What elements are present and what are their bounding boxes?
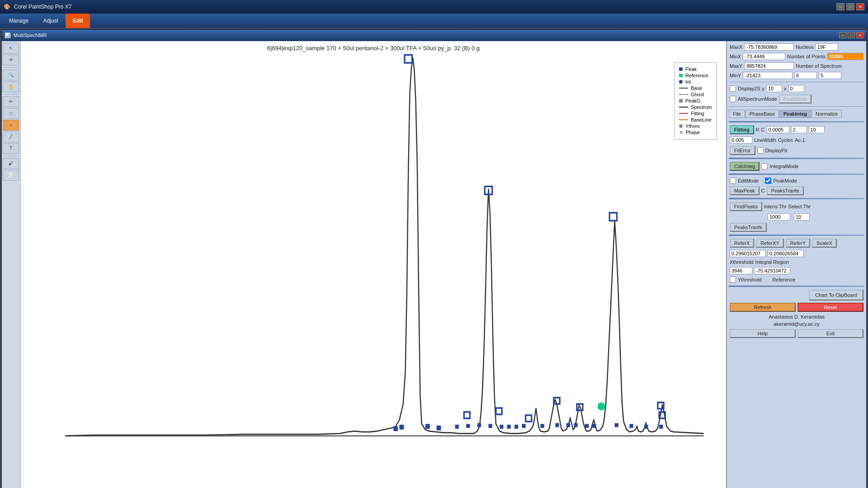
chart-title: 6|694|exp120_sample 170 + 50ul pentanol-…: [21, 41, 726, 53]
svg-rect-22: [507, 425, 511, 429]
y-input[interactable]: [766, 85, 782, 92]
val2-display[interactable]: [768, 250, 804, 257]
text-tool[interactable]: T: [3, 143, 19, 154]
peakstranfe-btn[interactable]: PeaksTranfe: [767, 186, 804, 195]
maxx-input[interactable]: [744, 43, 794, 51]
c-label: C: [761, 127, 765, 132]
tab-normalize[interactable]: Normalize: [811, 110, 842, 118]
chartclipboard-btn[interactable]: Chart To ClipBoard: [809, 290, 863, 300]
referx-btn[interactable]: ReferX: [730, 239, 754, 248]
refresh-btn[interactable]: Refresh: [730, 303, 796, 312]
draw-tool[interactable]: ✏: [3, 96, 19, 107]
menu-manage[interactable]: Manage: [2, 14, 36, 28]
display2s-label: Display2S: [738, 86, 760, 91]
ellipse-tool[interactable]: ○: [3, 120, 19, 131]
fitting-row: Fitting R C: [729, 125, 864, 135]
minx-label: MinX: [730, 54, 741, 59]
nucleus-input[interactable]: [816, 43, 838, 51]
xthreshold-val[interactable]: [730, 267, 752, 274]
help-btn[interactable]: Help: [730, 329, 796, 338]
legend-ghost: Ghost: [691, 92, 704, 97]
y-label: y: [762, 86, 765, 91]
reset-btn[interactable]: Reset: [797, 303, 863, 312]
minx-input[interactable]: [743, 53, 785, 60]
menu-adjust[interactable]: Adjust: [36, 14, 65, 28]
val1-display[interactable]: [730, 250, 766, 257]
display2s-checkbox[interactable]: [730, 85, 736, 92]
maximize-btn[interactable]: □: [846, 3, 854, 10]
intensthr-label: Intens Thr: [764, 204, 786, 209]
editmode-checkbox[interactable]: [730, 178, 736, 184]
intensthr-val[interactable]: [768, 213, 790, 221]
line-tool[interactable]: ╱: [3, 131, 19, 142]
rect-tool[interactable]: □: [3, 108, 19, 119]
tab-file[interactable]: File: [729, 110, 745, 118]
nucleus-label: Nucleus: [796, 44, 814, 50]
svg-point-12: [598, 403, 605, 411]
move-tool[interactable]: ✛: [3, 55, 19, 66]
findpeaks-btn[interactable]: FindPeaks: [730, 202, 762, 211]
minimize-btn[interactable]: ─: [836, 3, 844, 10]
fitting-btn[interactable]: Fitting: [730, 125, 754, 134]
allspectrum-checkbox[interactable]: [730, 96, 736, 102]
svg-rect-29: [585, 424, 589, 428]
peakmode-btn[interactable]: PeakMode: [779, 94, 812, 103]
displayfit-checkbox[interactable]: [757, 147, 764, 154]
svg-rect-26: [555, 423, 559, 427]
exit-btn[interactable]: Exit: [797, 329, 863, 338]
svg-rect-18: [466, 424, 470, 428]
fiterror-btn[interactable]: FitError: [730, 146, 755, 155]
maxpeak-btn[interactable]: MaxPeak: [730, 186, 760, 195]
legend-int: Int: [685, 79, 691, 84]
maxx-row: MaxX Nucleus: [729, 43, 864, 51]
calcinteg-btn[interactable]: CalcInteg: [730, 162, 760, 171]
paint-tool[interactable]: 🖌: [3, 158, 19, 169]
pan-tool[interactable]: ✋: [3, 81, 19, 92]
r-label: R: [756, 127, 760, 132]
app-close-btn[interactable]: ✕: [856, 32, 863, 38]
selectthr-val[interactable]: [794, 213, 810, 221]
refery-btn[interactable]: ReferY: [786, 239, 810, 248]
app-maximize-btn[interactable]: □: [848, 32, 855, 38]
integralmode-checkbox[interactable]: [761, 163, 768, 169]
svg-rect-13: [393, 426, 398, 431]
erase-tool[interactable]: ⬜: [3, 170, 19, 181]
maxx-label: MaxX: [730, 44, 742, 50]
fit-val3[interactable]: [809, 126, 825, 133]
legend-base: Base: [691, 85, 702, 91]
miny-input[interactable]: [743, 72, 793, 79]
peakmode-checkbox[interactable]: [765, 178, 771, 184]
menu-edit[interactable]: Edit: [66, 14, 90, 28]
nav-tabs: File PhaseBase PeakInteg Normalize: [729, 110, 864, 118]
ythreshold-checkbox[interactable]: [730, 277, 736, 283]
scalex-btn[interactable]: ScaleX: [812, 239, 837, 248]
zoom-tool[interactable]: 🔍: [3, 70, 19, 80]
fit-val2[interactable]: [791, 126, 807, 133]
chart-svg-container: Peak Reference Int Base Ghost PeakG Spec…: [21, 53, 726, 488]
maxy-input[interactable]: [744, 62, 794, 70]
fit-val1[interactable]: [767, 126, 789, 133]
c2-label: C: [761, 188, 765, 193]
svg-rect-24: [522, 424, 525, 428]
x-input[interactable]: [788, 85, 804, 92]
tab-phasebase[interactable]: PhaseBase: [745, 110, 779, 118]
legend-baseline: BaseLine: [691, 117, 712, 122]
chart-svg: [21, 53, 726, 488]
close-btn[interactable]: ✕: [856, 3, 864, 10]
integralmode-label: IntegralMode: [769, 164, 798, 169]
svg-rect-21: [500, 425, 503, 429]
cycles-label: Cycles: [778, 137, 793, 143]
referxy-btn[interactable]: ReferXY: [756, 239, 784, 248]
numspectrum-label: Number of Spectrum: [796, 63, 841, 69]
peakstranfe2-btn[interactable]: PeaksTranfe: [730, 223, 767, 232]
select-tool[interactable]: ↖: [3, 43, 19, 54]
integralregion-val[interactable]: [754, 267, 790, 274]
spectrum5-input[interactable]: [819, 72, 841, 79]
linewidth-val[interactable]: [730, 136, 752, 144]
numpoints-input[interactable]: [827, 53, 863, 60]
help-exit-row: Help Exit: [729, 328, 864, 338]
spectrum6-input[interactable]: [794, 72, 817, 79]
app-minimize-btn[interactable]: ─: [839, 32, 846, 38]
svg-rect-16: [437, 426, 441, 431]
tab-peakinteg[interactable]: PeakInteg: [779, 110, 811, 118]
